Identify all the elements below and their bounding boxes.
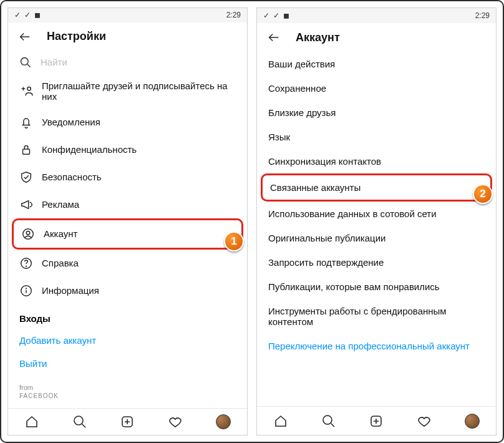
plus-square-icon xyxy=(369,414,384,429)
user-plus-icon xyxy=(19,84,33,98)
item-label: Оригинальные публикации xyxy=(268,233,385,243)
item-account[interactable]: Аккаунт 1 xyxy=(12,218,243,250)
svg-point-8 xyxy=(26,288,27,288)
item-privacy[interactable]: Конфиденциальность xyxy=(8,136,247,163)
shield-icon xyxy=(19,170,33,184)
item-label: Язык xyxy=(268,132,290,142)
brand-from: from xyxy=(19,384,236,391)
page-title: Аккаунт xyxy=(296,31,340,44)
page-title: Настройки xyxy=(47,30,106,43)
back-icon[interactable] xyxy=(18,30,32,44)
info-icon xyxy=(19,284,33,298)
lock-icon xyxy=(19,143,33,157)
heart-icon xyxy=(417,414,432,429)
tab-bar xyxy=(8,408,247,435)
tab-home[interactable] xyxy=(8,409,56,435)
status-bar: ✓ ✓ ◼ 2:29 xyxy=(8,8,247,22)
item-label: Безопасность xyxy=(42,172,102,182)
annotation-badge-1: 1 xyxy=(224,231,244,251)
item-label: Уведомления xyxy=(42,117,100,127)
status-icons-left: ✓ ✓ ◼ xyxy=(14,11,41,19)
search-icon xyxy=(19,56,32,69)
item-label: Справка xyxy=(42,258,79,268)
tab-home[interactable] xyxy=(257,407,305,435)
tab-search[interactable] xyxy=(56,409,104,435)
status-bar: ✓ ✓ ◼ 2:29 xyxy=(257,8,496,23)
svg-point-11 xyxy=(323,416,332,424)
megaphone-icon xyxy=(19,198,33,212)
avatar-icon xyxy=(465,414,480,429)
tab-profile[interactable] xyxy=(448,407,496,435)
checkmark-icon: ✓ xyxy=(24,11,31,19)
tab-search[interactable] xyxy=(305,407,353,435)
svg-point-0 xyxy=(21,57,29,65)
item-label: Приглашайте друзей и подписывайтесь на н… xyxy=(42,80,236,102)
search-input[interactable] xyxy=(41,57,236,67)
item-security[interactable]: Безопасность xyxy=(8,163,247,191)
item-close-friends[interactable]: Близкие друзья xyxy=(257,100,496,125)
search-icon xyxy=(72,414,87,429)
home-icon xyxy=(24,414,39,429)
item-label: Запросить подтверждение xyxy=(268,257,384,268)
svg-point-6 xyxy=(26,266,27,266)
item-label: Инструменты работы с брендированным конт… xyxy=(268,306,485,327)
item-notifications[interactable]: Уведомления xyxy=(8,109,247,136)
item-label: Связанные аккаунты xyxy=(270,182,361,193)
square-icon: ◼ xyxy=(34,11,41,19)
user-circle-icon xyxy=(21,227,35,241)
svg-rect-2 xyxy=(23,149,30,154)
item-help[interactable]: Справка xyxy=(8,250,247,277)
header: Аккаунт xyxy=(257,23,496,52)
status-time: 2:29 xyxy=(475,11,490,20)
status-icons-left: ✓ ✓ ◼ xyxy=(263,11,289,20)
tab-bar xyxy=(257,406,496,435)
tab-activity[interactable] xyxy=(400,407,448,435)
item-invite[interactable]: Приглашайте друзей и подписывайтесь на н… xyxy=(8,74,247,109)
back-icon[interactable] xyxy=(267,31,281,44)
tab-new[interactable] xyxy=(104,409,152,435)
item-about[interactable]: Информация xyxy=(8,277,247,304)
header: Настройки xyxy=(8,22,247,51)
search-row[interactable] xyxy=(8,51,247,74)
item-contacts[interactable]: Синхронизация контактов xyxy=(257,149,496,173)
help-icon xyxy=(19,256,33,270)
avatar-icon xyxy=(216,414,231,429)
item-label: Информация xyxy=(42,285,99,296)
item-ads[interactable]: Реклама xyxy=(8,191,247,218)
link-logout[interactable]: Выйти xyxy=(8,352,247,375)
item-label: Аккаунт xyxy=(44,228,77,239)
phone-settings: ✓ ✓ ◼ 2:29 Настройки Приглашайте друзей … xyxy=(7,7,248,436)
item-verify[interactable]: Запросить подтверждение xyxy=(257,250,496,275)
checkmark-icon: ✓ xyxy=(263,11,269,20)
item-label: Конфиденциальность xyxy=(42,144,137,155)
section-logins: Входы xyxy=(8,304,247,329)
footer-brand: from FACEBOOK xyxy=(8,375,247,408)
status-time: 2:29 xyxy=(226,11,241,19)
phone-account: ✓ ✓ ◼ 2:29 Аккаунт Ваши действия Сохране… xyxy=(256,7,497,436)
item-language[interactable]: Язык xyxy=(257,125,496,149)
item-activity[interactable]: Ваши действия xyxy=(257,52,496,76)
item-label: Публикации, которые вам понравились xyxy=(268,281,440,292)
tab-new[interactable] xyxy=(352,407,400,435)
item-label: Синхронизация контактов xyxy=(268,156,381,167)
item-branded[interactable]: Инструменты работы с брендированным конт… xyxy=(257,299,496,334)
item-data-usage[interactable]: Использование данных в сотовой сети xyxy=(257,202,496,226)
item-linked-accounts[interactable]: Связанные аккаунты 2 xyxy=(261,173,492,202)
bell-icon xyxy=(19,115,33,129)
item-saved[interactable]: Сохраненное xyxy=(257,76,496,100)
item-label: Близкие друзья xyxy=(268,107,336,118)
item-switch-pro[interactable]: Переключение на профессиональный аккаунт xyxy=(257,334,496,358)
checkmark-icon: ✓ xyxy=(273,11,279,20)
square-icon: ◼ xyxy=(283,11,289,20)
home-icon xyxy=(273,414,288,429)
svg-point-4 xyxy=(26,231,30,235)
item-label: Использование данных в сотовой сети xyxy=(268,208,437,219)
tab-activity[interactable] xyxy=(152,409,200,435)
item-label: Переключение на профессиональный аккаунт xyxy=(268,341,470,351)
tab-profile[interactable] xyxy=(199,409,247,435)
plus-square-icon xyxy=(120,414,135,429)
brand-name: FACEBOOK xyxy=(19,392,59,399)
link-add-account[interactable]: Добавить аккаунт xyxy=(8,329,247,352)
item-original-posts[interactable]: Оригинальные публикации xyxy=(257,226,496,250)
item-liked[interactable]: Публикации, которые вам понравились xyxy=(257,275,496,299)
